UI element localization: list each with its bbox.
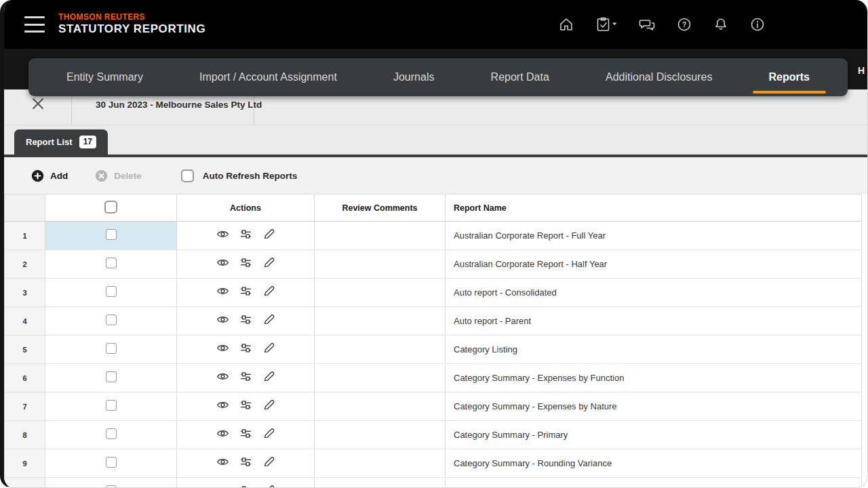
report-options-icon[interactable]	[239, 313, 252, 326]
edit-icon[interactable]	[262, 285, 275, 298]
view-icon[interactable]	[216, 285, 229, 298]
report-name-cell: Australian Corporate Report - Full Year	[446, 222, 862, 250]
review-comments-cell[interactable]	[315, 336, 446, 364]
auto-refresh-label[interactable]: Auto Refresh Reports	[203, 171, 298, 181]
view-icon[interactable]	[216, 399, 229, 411]
add-label: Add	[50, 171, 68, 181]
report-list-tab-label: Report List	[26, 137, 73, 147]
row-number: 9	[5, 449, 45, 478]
view-icon[interactable]	[216, 342, 229, 354]
help-icon[interactable]: ?	[676, 16, 692, 33]
chat-icon[interactable]	[638, 16, 656, 33]
row-checkbox[interactable]	[106, 286, 117, 297]
tab-journals[interactable]: Journals	[376, 58, 452, 96]
table-row: 6Category Summary - Expenses by Function	[5, 364, 862, 392]
report-list-tab[interactable]: Report List 17	[14, 129, 108, 155]
row-number: 5	[5, 336, 45, 364]
edit-icon[interactable]	[262, 370, 275, 383]
row-select-cell	[45, 336, 177, 364]
auto-refresh-checkbox[interactable]	[181, 169, 194, 182]
row-actions-cell	[177, 279, 315, 307]
report-options-icon[interactable]	[239, 256, 252, 269]
view-icon[interactable]	[216, 256, 229, 269]
info-icon[interactable]	[749, 16, 766, 33]
product-name: STATUTORY REPORTING	[58, 22, 205, 36]
table-row: 1Australian Corporate Report - Full Year	[5, 222, 862, 250]
table-row: 8Category Summary - Primary	[5, 421, 862, 449]
view-icon[interactable]	[216, 455, 229, 468]
row-number: 2	[5, 250, 45, 279]
row-checkbox[interactable]	[106, 343, 117, 354]
report-options-icon[interactable]	[239, 455, 252, 468]
report-name-cell: Category Summary - Expenses by Function	[446, 364, 862, 392]
edit-icon[interactable]	[262, 313, 275, 326]
row-checkbox[interactable]	[106, 485, 117, 488]
view-icon[interactable]	[216, 228, 229, 241]
review-comments-cell[interactable]	[315, 250, 446, 279]
view-icon[interactable]	[216, 370, 229, 383]
report-name-cell: Auto report - Parent	[446, 307, 862, 336]
report-options-icon[interactable]	[239, 342, 252, 354]
add-report-button[interactable]: Add	[31, 169, 68, 182]
review-comments-cell[interactable]	[315, 364, 446, 392]
report-options-icon[interactable]	[239, 427, 252, 440]
tab-additional-disclosures[interactable]: Additional Disclosures	[588, 58, 730, 96]
delete-report-button[interactable]: Delete	[95, 169, 142, 182]
report-name-cell: Category Listing	[446, 336, 862, 364]
edit-icon[interactable]	[262, 256, 275, 269]
row-checkbox[interactable]	[106, 428, 117, 439]
report-options-icon[interactable]	[239, 228, 252, 241]
view-icon[interactable]	[216, 427, 229, 440]
row-select-cell	[45, 421, 177, 449]
report-name-cell: Auto report - Consolidated	[446, 279, 862, 307]
edit-icon[interactable]	[262, 427, 275, 440]
entity-label: 30 Jun 2023 - Melbourne Sales Pty Ltd	[96, 100, 262, 110]
row-actions-cell	[177, 336, 315, 364]
review-comments-cell[interactable]	[315, 478, 446, 488]
app-window: THOMSON REUTERS STATUTORY REPORTING ?	[0, 0, 868, 488]
tab-reports[interactable]: Reports	[751, 58, 827, 96]
home-icon[interactable]	[558, 16, 574, 33]
tab-entity-summary[interactable]: Entity Summary	[49, 58, 161, 96]
row-checkbox[interactable]	[106, 229, 117, 240]
report-options-icon[interactable]	[239, 399, 252, 411]
row-checkbox[interactable]	[106, 400, 117, 411]
menu-icon[interactable]	[24, 16, 45, 33]
edit-icon[interactable]	[262, 342, 275, 354]
review-comments-cell[interactable]	[315, 421, 446, 449]
row-checkbox[interactable]	[106, 371, 117, 382]
row-number: 7	[5, 392, 45, 421]
review-comments-cell[interactable]	[315, 392, 446, 421]
row-number-header	[5, 195, 45, 222]
review-comments-cell[interactable]	[315, 279, 446, 307]
row-checkbox[interactable]	[106, 457, 117, 468]
table-row: 5Category Listing	[5, 336, 862, 364]
edit-icon[interactable]	[262, 484, 275, 488]
tab-report-data[interactable]: Report Data	[473, 58, 567, 96]
tab-import-account-assignment[interactable]: Import / Account Assignment	[182, 58, 355, 96]
review-comments-cell[interactable]	[315, 307, 446, 336]
report-options-icon[interactable]	[239, 484, 252, 488]
select-all-checkbox[interactable]	[104, 201, 117, 214]
main-nav: Entity Summary Import / Account Assignme…	[28, 58, 848, 96]
review-comments-cell[interactable]	[315, 449, 446, 478]
tasks-clipboard-icon[interactable]	[595, 16, 618, 33]
row-select-cell	[45, 392, 177, 421]
row-actions-cell	[177, 364, 315, 392]
review-comments-cell[interactable]	[315, 222, 446, 250]
row-checkbox[interactable]	[106, 258, 117, 268]
bell-icon[interactable]	[713, 16, 729, 33]
report-count-badge: 17	[79, 136, 96, 148]
actions-header: Actions	[177, 195, 315, 222]
edit-icon[interactable]	[262, 399, 275, 411]
report-options-icon[interactable]	[239, 370, 252, 383]
row-select-cell	[45, 222, 177, 250]
edit-icon[interactable]	[262, 228, 275, 241]
row-number: 1	[5, 222, 45, 250]
view-icon[interactable]	[216, 313, 229, 326]
row-actions-cell	[177, 449, 315, 478]
edit-icon[interactable]	[262, 455, 275, 468]
report-options-icon[interactable]	[239, 285, 252, 298]
row-checkbox[interactable]	[106, 314, 117, 325]
view-icon[interactable]	[216, 484, 229, 488]
